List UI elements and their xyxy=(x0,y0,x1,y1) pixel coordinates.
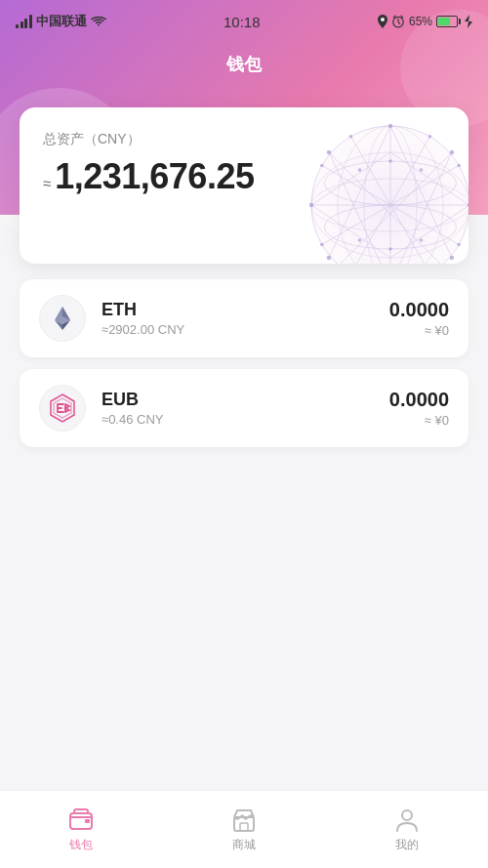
tab-profile-label: 我的 xyxy=(395,837,419,853)
tab-wallet-label: 钱包 xyxy=(69,837,93,853)
status-bar-right: 65% xyxy=(378,15,472,28)
sphere-decoration xyxy=(303,117,468,264)
svg-point-32 xyxy=(327,256,332,261)
eth-token-balance: 0.0000 ≈ ¥0 xyxy=(389,299,449,338)
shop-icon xyxy=(230,806,258,833)
token-list: ETH ≈2902.00 CNY 0.0000 ≈ ¥0 xyxy=(0,279,488,447)
status-bar-time: 10:18 xyxy=(224,14,261,30)
svg-rect-56 xyxy=(240,823,248,831)
eth-token-cny: ≈ ¥0 xyxy=(389,323,449,338)
tab-shop[interactable]: 商城 xyxy=(163,791,326,868)
svg-point-31 xyxy=(450,150,455,155)
tab-shop-label: 商城 xyxy=(232,837,256,853)
charging-icon xyxy=(465,15,472,28)
svg-point-46 xyxy=(420,238,424,242)
eth-token-amount: 0.0000 xyxy=(389,299,449,321)
status-bar-left: 中国联通 xyxy=(16,13,106,30)
eub-token-balance: 0.0000 ≈ ¥0 xyxy=(389,389,449,428)
tab-wallet[interactable]: 钱包 xyxy=(0,791,163,868)
svg-point-37 xyxy=(457,164,461,168)
wallet-icon xyxy=(67,806,95,833)
page-title: 钱包 xyxy=(0,43,488,86)
eub-token-price: ≈0.46 CNY xyxy=(102,412,389,427)
main-content: 总资产（CNY） ≈ 1,231,676.25 xyxy=(0,43,488,790)
svg-point-26 xyxy=(388,124,393,129)
svg-point-34 xyxy=(349,135,353,139)
eub-token-amount: 0.0000 xyxy=(389,389,449,411)
eub-icon xyxy=(39,385,86,432)
svg-point-44 xyxy=(388,159,392,163)
tab-profile[interactable]: 我的 xyxy=(325,791,488,868)
svg-point-0 xyxy=(381,18,385,21)
eub-token-name: EUB xyxy=(102,390,389,410)
eth-token-price: ≈2902.00 CNY xyxy=(102,322,389,337)
eth-icon xyxy=(39,295,86,342)
battery-icon xyxy=(436,16,461,27)
asset-card: 总资产（CNY） ≈ 1,231,676.25 xyxy=(20,107,468,264)
battery-label: 65% xyxy=(409,15,432,28)
svg-point-42 xyxy=(358,168,362,172)
tab-bar: 钱包 商城 我的 xyxy=(0,790,488,868)
location-icon xyxy=(378,15,387,28)
svg-rect-54 xyxy=(85,819,90,823)
eth-token-info: ETH ≈2902.00 CNY xyxy=(102,300,389,337)
token-item-eth[interactable]: ETH ≈2902.00 CNY 0.0000 ≈ ¥0 xyxy=(20,279,468,357)
eth-token-name: ETH xyxy=(102,300,389,320)
svg-point-57 xyxy=(402,810,412,820)
svg-point-43 xyxy=(420,168,424,172)
carrier-label: 中国联通 xyxy=(36,13,87,30)
wifi-icon xyxy=(91,16,106,27)
svg-point-39 xyxy=(457,243,461,247)
svg-marker-2 xyxy=(465,15,472,28)
alarm-icon xyxy=(391,15,405,28)
svg-point-36 xyxy=(320,164,324,168)
token-item-eub[interactable]: EUB ≈0.46 CNY 0.0000 ≈ ¥0 xyxy=(20,369,468,447)
svg-point-33 xyxy=(450,256,455,261)
profile-icon xyxy=(393,806,421,833)
svg-point-30 xyxy=(327,150,332,155)
svg-point-35 xyxy=(428,135,432,139)
svg-point-45 xyxy=(358,238,362,242)
eub-token-cny: ≈ ¥0 xyxy=(389,413,449,428)
asset-card-amount: 1,231,676.25 xyxy=(55,156,254,197)
svg-point-28 xyxy=(309,203,314,208)
signal-icon xyxy=(16,15,32,28)
status-bar: 中国联通 10:18 65% xyxy=(0,0,488,43)
eub-token-info: EUB ≈0.46 CNY xyxy=(102,390,389,427)
svg-point-47 xyxy=(388,247,392,251)
asset-approx-symbol: ≈ xyxy=(43,175,51,191)
svg-point-38 xyxy=(320,243,324,247)
